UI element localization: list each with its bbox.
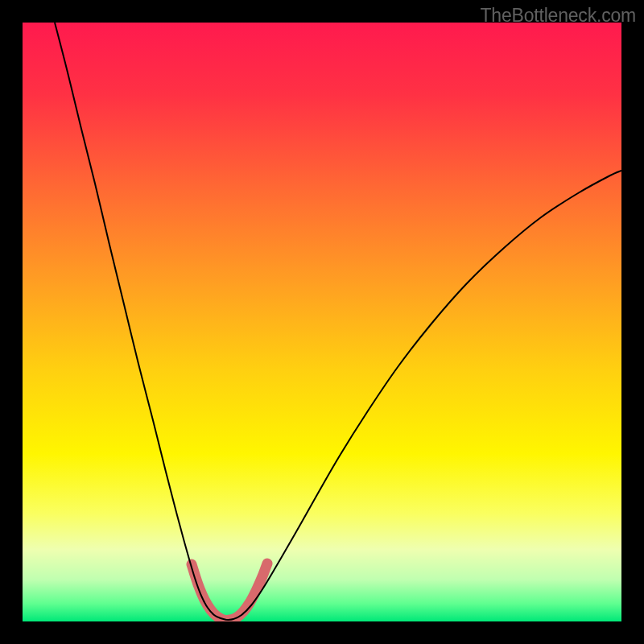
chart-frame — [23, 23, 621, 621]
chart-canvas — [23, 23, 621, 621]
gradient-background — [23, 23, 621, 621]
watermark-text: TheBottleneck.com — [481, 5, 636, 27]
